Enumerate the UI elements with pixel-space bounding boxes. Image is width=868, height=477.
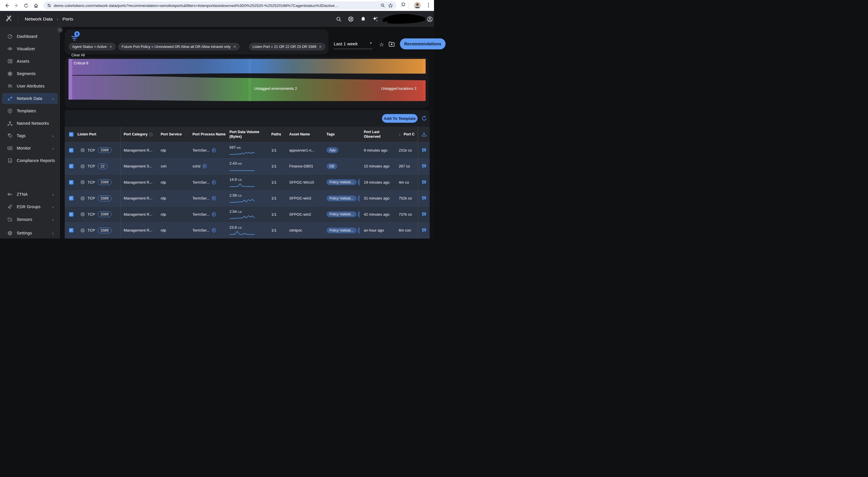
comment-icon[interactable] bbox=[422, 196, 427, 201]
sidebar-item-templates[interactable]: Templates bbox=[2, 105, 58, 116]
comment-icon[interactable] bbox=[422, 148, 427, 153]
col-asset-name[interactable]: Asset Name bbox=[289, 127, 327, 142]
refresh-icon[interactable] bbox=[421, 115, 427, 123]
port-number-pill[interactable]: 3389 bbox=[98, 211, 112, 217]
forward-icon[interactable] bbox=[13, 2, 20, 9]
row-checkbox[interactable]: ✓ bbox=[69, 180, 73, 184]
bookmark-star-icon[interactable] bbox=[388, 3, 393, 8]
select-all-checkbox[interactable]: ✓ bbox=[69, 132, 73, 137]
filter-chip-future-port-policy[interactable]: Future Port Policy = Unreviewed OR Allow… bbox=[118, 43, 240, 50]
row-checkbox[interactable]: ✓ bbox=[69, 148, 73, 152]
notifications-bell-icon[interactable] bbox=[360, 15, 367, 23]
tag-pill[interactable]: App bbox=[327, 147, 338, 153]
table-row[interactable]: ✓ TCP 3389 Management R... rdp TermSer..… bbox=[65, 223, 430, 239]
help-icon[interactable] bbox=[347, 15, 354, 23]
saved-filters-folder-icon[interactable] bbox=[389, 42, 395, 48]
tag-pill[interactable]: Policy Validati... bbox=[327, 179, 356, 185]
process-detail-icon[interactable] bbox=[212, 148, 216, 152]
sidebar-item-settings[interactable]: Settings › bbox=[2, 228, 58, 238]
sidebar-item-assets[interactable]: Assets bbox=[2, 56, 58, 67]
row-checkbox[interactable]: ✓ bbox=[69, 212, 73, 216]
col-tags[interactable]: Tags bbox=[327, 127, 364, 142]
col-paths[interactable]: Paths bbox=[271, 127, 289, 142]
sankey-chart[interactable] bbox=[65, 57, 429, 108]
sidebar-item-visualizer[interactable]: Visualizer bbox=[2, 43, 58, 54]
tag-pill[interactable]: Policy Validati... bbox=[327, 228, 356, 233]
process-detail-icon[interactable] bbox=[203, 164, 207, 168]
sidebar-item-user-attributes[interactable]: User Attributes bbox=[2, 80, 58, 92]
sankey-node-right-top[interactable] bbox=[423, 59, 426, 74]
extensions-icon[interactable] bbox=[401, 2, 406, 7]
sankey-flow-bottom[interactable] bbox=[72, 76, 424, 101]
sankey-node-mid-top[interactable] bbox=[248, 59, 251, 73]
home-icon[interactable] bbox=[32, 2, 39, 9]
sidebar-item-edr-groups[interactable]: EDR Groups › bbox=[2, 201, 58, 212]
asset-name-cell[interactable]: SFPOC-win2 bbox=[289, 206, 327, 222]
sankey-node-untagged-environments[interactable] bbox=[248, 78, 251, 101]
browser-menu-icon[interactable] bbox=[426, 2, 431, 8]
site-settings-icon[interactable] bbox=[47, 3, 52, 8]
sidebar-item-monitor[interactable]: Monitor › bbox=[2, 143, 58, 154]
asset-name-cell[interactable]: appserver1-n... bbox=[289, 142, 327, 158]
asset-name-cell[interactable]: SFPOC-Win10 bbox=[289, 174, 327, 190]
sankey-node-untagged-locations[interactable] bbox=[423, 80, 426, 101]
tag-overflow-pill[interactable] bbox=[358, 195, 360, 202]
col-port-connection-count[interactable]: ↓Port C bbox=[399, 127, 418, 142]
tag-pill[interactable]: Policy Validati... bbox=[327, 196, 356, 201]
colortokens-logo-icon[interactable] bbox=[5, 15, 13, 24]
sidebar-collapse-icon[interactable]: ‹ bbox=[57, 27, 63, 33]
sidebar-item-dashboard[interactable]: Dashboard bbox=[2, 31, 58, 42]
browser-avatar[interactable] bbox=[414, 2, 421, 9]
asset-name-cell[interactable]: SFPOC-win3 bbox=[289, 191, 327, 206]
favorite-star-icon[interactable]: ☆ bbox=[379, 41, 384, 48]
sort-desc-icon[interactable]: ↓ bbox=[399, 132, 401, 137]
port-number-pill[interactable]: 3389 bbox=[98, 228, 112, 233]
sidebar-item-ztna[interactable]: ZTNA › bbox=[2, 189, 58, 200]
info-icon[interactable]: i bbox=[149, 133, 153, 136]
row-checkbox[interactable]: ✓ bbox=[69, 196, 73, 200]
process-detail-icon[interactable] bbox=[212, 228, 216, 232]
recommendations-button[interactable]: Recommendations bbox=[400, 38, 434, 49]
comment-icon[interactable] bbox=[422, 164, 427, 169]
sidebar-item-segments[interactable]: Segments bbox=[2, 68, 58, 79]
account-icon[interactable] bbox=[426, 15, 433, 23]
address-bar[interactable]: demo.colortokens.com/network-data/ports?… bbox=[43, 1, 397, 9]
asset-name-cell[interactable]: Finance-DB01 bbox=[289, 159, 327, 174]
row-checkbox[interactable]: ✓ bbox=[69, 164, 73, 168]
process-detail-icon[interactable] bbox=[212, 212, 216, 216]
clear-all-filters[interactable]: Clear All bbox=[71, 53, 85, 57]
table-row[interactable]: ✓ TCP 3389 Management R... rdp TermSer..… bbox=[65, 142, 430, 159]
tag-overflow-pill[interactable] bbox=[358, 179, 360, 185]
table-row[interactable]: ✓ TCP 3389 Management R... rdp TermSer..… bbox=[65, 174, 430, 191]
process-detail-icon[interactable] bbox=[212, 196, 216, 200]
sidebar-item-tags[interactable]: Tags › bbox=[2, 130, 58, 141]
row-checkbox[interactable]: ✓ bbox=[69, 228, 73, 232]
table-row[interactable]: ✓ TCP 3389 Management R... rdp TermSer..… bbox=[65, 191, 430, 207]
process-detail-icon[interactable] bbox=[212, 180, 216, 184]
tag-pill[interactable]: DB bbox=[327, 163, 337, 169]
port-number-pill[interactable]: 22 bbox=[98, 163, 107, 169]
table-row[interactable]: ✓ TCP 22 Management S... ssh sshd 2.43MB… bbox=[65, 159, 430, 175]
port-number-pill[interactable]: 3389 bbox=[98, 196, 112, 201]
sidebar-item-compliance-reports[interactable]: Compliance Reports bbox=[2, 155, 58, 166]
tag-overflow-pill[interactable] bbox=[358, 211, 360, 217]
filter-chip-agent-status[interactable]: Agent Status = Active ✕ bbox=[69, 43, 116, 50]
sankey-flow-top[interactable] bbox=[72, 59, 424, 75]
comment-icon[interactable] bbox=[422, 228, 427, 233]
col-port-service[interactable]: Port Service bbox=[161, 127, 192, 142]
col-port-category[interactable]: Port Categoryi bbox=[121, 127, 161, 142]
col-port-last-observed[interactable]: Port Last Observed bbox=[364, 127, 399, 142]
port-number-pill[interactable]: 3389 bbox=[98, 147, 112, 153]
col-port-data-volume[interactable]: Port Data Volume (Bytes) bbox=[229, 127, 271, 142]
ai-sparkles-icon[interactable] bbox=[372, 15, 379, 23]
comment-icon[interactable] bbox=[422, 180, 427, 185]
time-range-select[interactable]: Last 1 week ▼ bbox=[334, 41, 372, 49]
comment-icon[interactable] bbox=[422, 212, 427, 217]
chip-close-icon[interactable]: ✕ bbox=[319, 45, 322, 49]
chip-close-icon[interactable]: ✕ bbox=[109, 45, 112, 49]
col-port-process-name[interactable]: Port Process Name bbox=[192, 127, 229, 142]
col-export[interactable] bbox=[418, 127, 430, 142]
port-number-pill[interactable]: 3389 bbox=[98, 179, 112, 185]
chip-close-icon[interactable]: ✕ bbox=[233, 45, 236, 49]
sidebar-item-named-networks[interactable]: Named Networks bbox=[2, 118, 58, 129]
